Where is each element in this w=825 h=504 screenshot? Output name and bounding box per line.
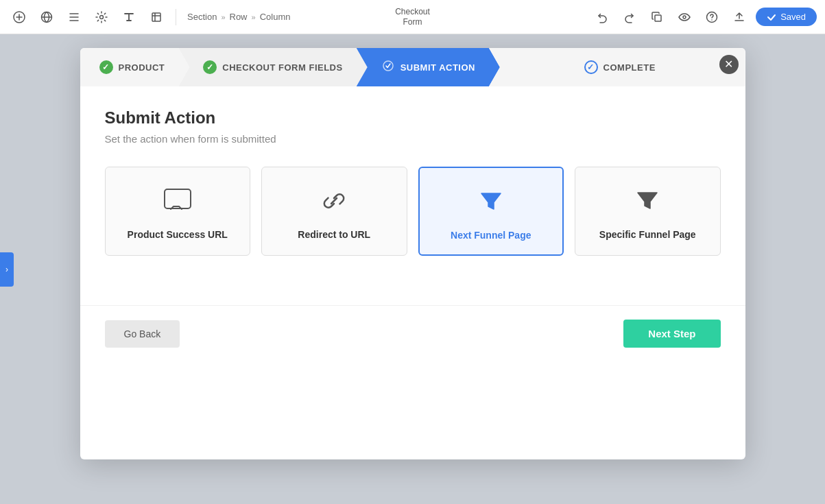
options-grid: Product Success URL Redirect to URL: [105, 167, 721, 256]
frame-icon[interactable]: [145, 6, 167, 28]
modal-subtitle: Set the action when form is submitted: [105, 133, 721, 145]
breadcrumb-sep-1: »: [221, 13, 225, 21]
sidebar-toggle[interactable]: ›: [0, 252, 14, 287]
breadcrumb: Section » Row » Column: [187, 12, 290, 22]
option-product-success-url[interactable]: Product Success URL: [105, 167, 251, 256]
tab-complete[interactable]: ✓ COMPLETE: [489, 48, 745, 86]
close-button[interactable]: ✕: [719, 55, 739, 74]
svg-point-2: [100, 15, 104, 19]
toolbar-right: Saved: [591, 6, 817, 28]
svg-rect-9: [165, 189, 191, 208]
breadcrumb-row: Row: [230, 12, 248, 22]
option-next-funnel-page-label: Next Funnel Page: [451, 230, 531, 241]
go-back-button[interactable]: Go Back: [105, 320, 180, 348]
option-redirect-to-url[interactable]: Redirect to URL: [261, 167, 407, 256]
publish-icon[interactable]: [728, 6, 750, 28]
modal: ✕ ✓ PRODUCT ✓ CHECKOUT FORM FIELDS SUBMI…: [80, 48, 745, 459]
option-product-success-url-label: Product Success URL: [128, 229, 228, 240]
saved-button[interactable]: Saved: [756, 8, 817, 26]
tab-complete-check-icon: ✓: [584, 60, 598, 74]
svg-point-7: [711, 19, 713, 21]
settings-icon[interactable]: [91, 6, 112, 28]
divider: [176, 9, 176, 25]
breadcrumb-sep-2: »: [252, 13, 256, 21]
tab-submit-label: SUBMIT ACTION: [400, 62, 475, 73]
option-redirect-to-url-label: Redirect to URL: [298, 229, 370, 240]
tab-checkout-check-icon: ✓: [203, 60, 217, 74]
saved-label: Saved: [780, 12, 806, 22]
eye-icon[interactable]: [673, 6, 695, 28]
svg-rect-3: [152, 13, 160, 21]
modal-body: Submit Action Set the action when form i…: [80, 86, 745, 305]
funnel-dark-icon: [632, 184, 662, 218]
redo-icon[interactable]: [619, 6, 641, 28]
speech-icon: [163, 184, 193, 218]
list-icon[interactable]: [63, 6, 85, 28]
link-icon: [319, 184, 349, 218]
help-icon[interactable]: [701, 6, 723, 28]
breadcrumb-column: Column: [260, 12, 291, 22]
tab-product-check-icon: ✓: [99, 60, 113, 74]
copy-icon[interactable]: [646, 6, 668, 28]
text-icon[interactable]: [118, 6, 140, 28]
undo-icon[interactable]: [591, 6, 613, 28]
modal-footer: Go Back Next Step: [80, 305, 745, 367]
svg-rect-4: [655, 15, 661, 21]
add-icon[interactable]: [8, 6, 30, 28]
option-specific-funnel-page-label: Specific Funnel Page: [599, 229, 696, 240]
funnel-blue-icon: [476, 184, 506, 219]
tab-submit-action[interactable]: SUBMIT ACTION: [357, 48, 500, 86]
tab-complete-label: COMPLETE: [603, 62, 656, 73]
modal-title: Submit Action: [105, 108, 721, 128]
option-next-funnel-page[interactable]: Next Funnel Page: [418, 167, 564, 256]
next-step-button[interactable]: Next Step: [623, 320, 720, 348]
tab-product[interactable]: ✓ PRODUCT: [80, 48, 190, 86]
tab-product-label: PRODUCT: [119, 62, 165, 73]
svg-point-5: [683, 16, 686, 19]
globe-icon[interactable]: [36, 6, 58, 28]
tab-checkout-form-fields[interactable]: ✓ CHECKOUT FORM FIELDS: [178, 48, 367, 86]
breadcrumb-section: Section: [187, 12, 217, 22]
tab-checkout-label: CHECKOUT FORM FIELDS: [222, 62, 342, 73]
tab-submit-icon: [381, 59, 395, 76]
modal-tabs: ✓ PRODUCT ✓ CHECKOUT FORM FIELDS SUBMIT …: [80, 48, 745, 86]
page-background: › ✕ ✓ PRODUCT ✓ CHECKOUT FORM FIELDS: [0, 34, 825, 504]
toolbar: Section » Row » Column Checkout Form: [0, 0, 825, 34]
option-specific-funnel-page[interactable]: Specific Funnel Page: [575, 167, 721, 256]
checkout-form-label: Checkout Form: [395, 7, 430, 27]
